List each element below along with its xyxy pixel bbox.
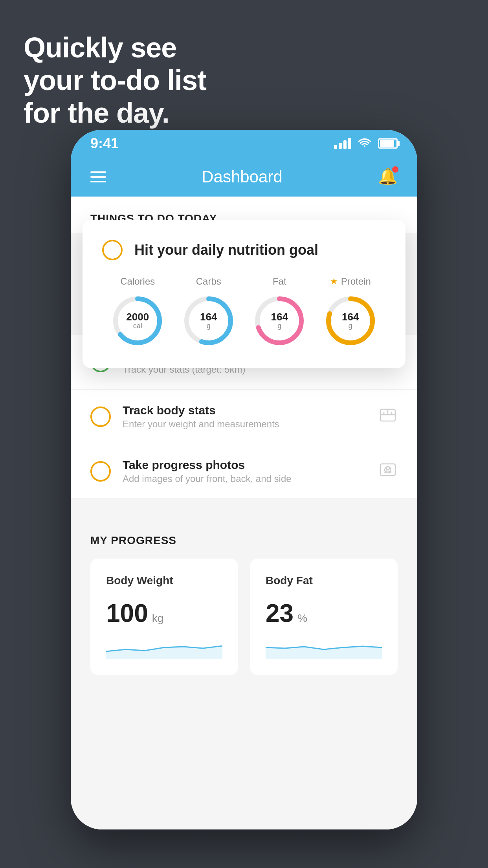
fat-donut: 164 g	[252, 293, 307, 348]
body-weight-card-title: Body Weight	[106, 574, 222, 587]
header-title: Dashboard	[202, 167, 282, 186]
status-time: 9:41	[90, 135, 119, 152]
calories-label: Calories	[120, 276, 155, 287]
hamburger-menu-icon[interactable]	[90, 171, 106, 182]
todo-subtitle-photos: Add images of your front, back, and side	[123, 473, 366, 484]
todo-subtitle-body-stats: Enter your weight and measurements	[123, 419, 366, 430]
nutrition-checkbox[interactable]	[102, 240, 123, 260]
fat-unit: g	[271, 322, 288, 330]
protein-unit: g	[342, 322, 359, 330]
body-weight-chart	[106, 636, 222, 659]
body-fat-card[interactable]: Body Fat 23 %	[250, 559, 398, 675]
progress-cards: Body Weight 100 kg Body Fat	[90, 559, 398, 675]
hero-line1: Quickly see	[24, 31, 206, 64]
battery-icon	[378, 138, 398, 149]
svg-marker-17	[266, 646, 382, 659]
status-icons	[334, 137, 398, 151]
star-icon: ★	[330, 276, 338, 287]
todo-item-body-stats[interactable]: Track body stats Enter your weight and m…	[71, 390, 417, 444]
hero-line3: for the day.	[24, 97, 206, 129]
body-weight-value: 100	[106, 599, 148, 628]
notification-bell-button[interactable]: 🔔	[378, 167, 398, 187]
body-fat-value: 23	[266, 599, 294, 628]
hero-text: Quickly see your to-do list for the day.	[24, 31, 206, 129]
todo-circle-photos	[90, 461, 111, 482]
calories-value: 2000	[126, 312, 149, 322]
todo-circle-body-stats	[90, 406, 111, 427]
nutrition-stats: Calories 2000 cal Carbs	[102, 276, 386, 348]
body-fat-unit: %	[297, 612, 307, 625]
nutrition-card[interactable]: Hit your daily nutrition goal Calories 2…	[83, 220, 405, 368]
body-fat-chart	[266, 636, 382, 659]
signal-icon	[334, 138, 351, 149]
carbs-stat: Carbs 164 g	[181, 276, 236, 348]
protein-donut: 164 g	[323, 293, 378, 348]
main-content: THINGS TO DO TODAY Hit your daily nutrit…	[71, 197, 417, 829]
progress-section-title: MY PROGRESS	[90, 534, 398, 547]
body-weight-card[interactable]: Body Weight 100 kg	[90, 559, 238, 675]
calories-unit: cal	[126, 322, 149, 330]
scale-icon	[378, 405, 398, 428]
calories-stat: Calories 2000 cal	[110, 276, 165, 348]
notification-dot	[392, 166, 398, 173]
wifi-icon	[358, 137, 372, 151]
app-header: Dashboard 🔔	[71, 157, 417, 197]
todo-item-photos[interactable]: Take progress photos Add images of your …	[71, 444, 417, 499]
carbs-label: Carbs	[196, 276, 221, 287]
body-fat-card-title: Body Fat	[266, 574, 382, 587]
fat-value: 164	[271, 312, 288, 322]
progress-section: MY PROGRESS Body Weight 100 kg	[71, 515, 417, 675]
status-bar: 9:41	[71, 130, 417, 157]
protein-value: 164	[342, 312, 359, 322]
fat-stat: Fat 164 g	[252, 276, 307, 348]
carbs-value: 164	[200, 312, 217, 322]
hero-line2: your to-do list	[24, 64, 206, 97]
fat-label: Fat	[273, 276, 286, 287]
protein-label: ★ Protein	[330, 276, 371, 287]
person-photo-icon	[378, 460, 398, 483]
carbs-unit: g	[200, 322, 217, 330]
protein-stat: ★ Protein 164 g	[323, 276, 378, 348]
svg-point-15	[386, 467, 389, 470]
carbs-donut: 164 g	[181, 293, 236, 348]
nutrition-card-title: Hit your daily nutrition goal	[134, 242, 318, 258]
body-weight-unit: kg	[152, 612, 164, 625]
calories-donut: 2000 cal	[110, 293, 165, 348]
phone-frame: 9:41 Dashboard 🔔	[71, 130, 417, 829]
todo-title-photos: Take progress photos	[123, 458, 366, 472]
todo-title-body-stats: Track body stats	[123, 404, 366, 417]
